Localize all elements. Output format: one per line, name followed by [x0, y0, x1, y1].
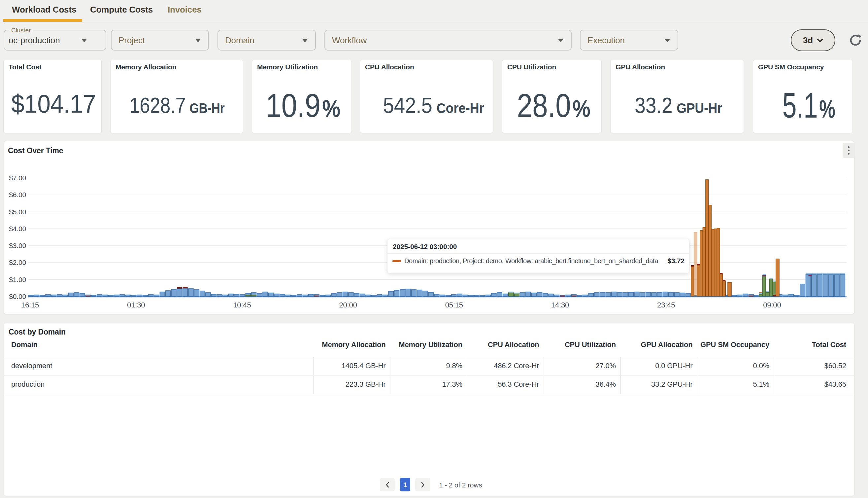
svg-text:16:15: 16:15: [21, 301, 39, 309]
svg-text:20:00: 20:00: [339, 301, 357, 309]
svg-text:09:00: 09:00: [763, 301, 781, 309]
svg-text:$0.00: $0.00: [9, 292, 26, 300]
svg-text:$2.00: $2.00: [9, 259, 26, 266]
svg-text:14:30: 14:30: [551, 301, 569, 309]
svg-text:$1.00: $1.00: [9, 276, 26, 283]
svg-text:$4.00: $4.00: [9, 225, 26, 233]
svg-text:05:15: 05:15: [445, 301, 463, 309]
svg-text:01:30: 01:30: [127, 301, 145, 309]
svg-text:23:45: 23:45: [657, 301, 675, 309]
svg-text:$7.00: $7.00: [9, 174, 26, 182]
svg-text:$6.00: $6.00: [9, 191, 26, 198]
svg-text:10:45: 10:45: [233, 301, 251, 309]
svg-text:$5.00: $5.00: [9, 208, 26, 215]
svg-text:$3.00: $3.00: [9, 242, 26, 249]
